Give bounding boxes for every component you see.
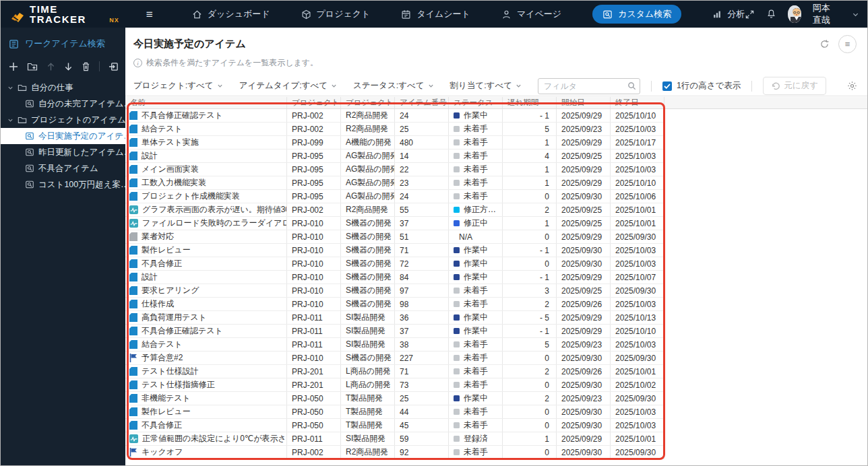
table-row[interactable]: 設計PRJ-010S機器の開発84作業中- 12025/09/292025/10…	[125, 271, 664, 284]
move-down-button[interactable]	[64, 62, 73, 71]
project-name-cell: SI製品開発	[341, 325, 395, 337]
item-number-cell: 59	[395, 432, 449, 445]
page-title: 今日実施予定のアイテム	[125, 28, 867, 51]
end-date-cell: 2025/10/03	[611, 244, 664, 257]
status-cell: 作業中	[449, 311, 503, 324]
table-row[interactable]: 設計PRJ-095AG製品の開発14未着手42025/09/252025/10/…	[125, 149, 664, 163]
nav-item[interactable]: 分析	[712, 8, 745, 20]
status-cell: 登録済	[449, 432, 503, 445]
nav-item[interactable]: カスタム検索	[592, 5, 681, 24]
table-row[interactable]: 不具合修正PRJ-050T製品開発45未着手02025/09/302025/10…	[125, 419, 664, 432]
filter-input[interactable]	[538, 78, 640, 94]
move-up-button[interactable]	[46, 62, 55, 71]
table-row[interactable]: 要求ヒアリングPRJ-010S機器の開発97未着手32025/09/252025…	[125, 284, 664, 298]
settings-gear-icon[interactable]	[847, 81, 857, 91]
tree-search-item[interactable]: 昨日更新したアイテム…	[1, 144, 125, 160]
expand-icon[interactable]	[745, 9, 755, 20]
table-row[interactable]: 仕様作成PRJ-010S機器の開発98未着手22025/09/262025/10…	[125, 298, 664, 311]
tree-search-item[interactable]: 自分の未完了アイテム…	[1, 96, 125, 112]
nav-item[interactable]: マイページ	[501, 8, 561, 20]
table-row[interactable]: 正常値範囲の未設定により0℃が表示されるバグPRJ-011SI製品開発59登録済…	[125, 432, 664, 446]
column-header[interactable]: 遅れ期間	[503, 97, 557, 108]
header-icons: ≡	[819, 35, 857, 53]
app-logo[interactable]: TIME TRACKER NX	[10, 4, 119, 24]
task-icon	[129, 138, 137, 147]
refresh-icon[interactable]	[819, 39, 830, 49]
table-row[interactable]: プロジェクト作成機能実装PRJ-095AG製品の開発24未着手02025/09/…	[125, 190, 664, 203]
table-row[interactable]: ファイルロード失敗時のエラーダイアログに…PRJ-010S機器の開発37修正中1…	[125, 217, 664, 230]
table-row[interactable]: 予算合意#2PRJ-010S機器の開発227未着手02025/09/302025…	[125, 352, 664, 365]
import-button[interactable]	[108, 62, 119, 71]
panel-menu-button[interactable]: ≡	[838, 35, 857, 53]
user-name[interactable]: 岡本 直哉	[813, 2, 840, 26]
filter-dropdown[interactable]: ステータス:すべて	[353, 80, 434, 92]
task-icon	[129, 300, 137, 308]
tree-folder[interactable]: 自分の仕事	[1, 79, 125, 96]
status-square-icon	[454, 220, 460, 226]
table-row[interactable]: 単体テスト実施PRJ-099A機能の開発480未着手12025/09/29202…	[125, 136, 664, 149]
page-description: 検索条件を満たすアイテムを一覧表示します。	[146, 57, 318, 69]
task-icon	[129, 125, 137, 133]
name-cell: 工数入力機能実装	[125, 176, 287, 189]
name-cell: 非機能テスト	[125, 392, 287, 405]
start-date-cell: 2025/09/30	[557, 446, 611, 459]
end-date-cell: 2025/10/02	[611, 378, 664, 391]
user-menu-chevron-icon[interactable]	[852, 11, 859, 18]
tree-folder[interactable]: プロジェクトのアイテム	[1, 112, 125, 128]
table-row[interactable]: テスト仕様指摘修正PRJ-201L商品の開発73未着手02025/09/3020…	[125, 378, 664, 392]
column-header[interactable]: ステータス	[449, 97, 503, 108]
table-row[interactable]: 非機能テストPRJ-050T製品開発25作業中22025/09/232025/0…	[125, 392, 664, 405]
table-row[interactable]: メイン画面実装PRJ-095AG製品の開発22未着手12025/09/29202…	[125, 163, 664, 176]
delay-cell: 2	[503, 298, 557, 310]
filter-dropdown[interactable]: アイテムタイプ:すべて	[239, 80, 337, 92]
table-row[interactable]: テスト仕様設計PRJ-201L商品の開発71未着手22025/09/262025…	[125, 365, 664, 378]
table-row[interactable]: 業者対応PRJ-010S機器の開発51N/A02025/09/292025/09…	[125, 230, 664, 244]
tree-search-item[interactable]: 今日実施予定のアイテ…⋮	[1, 128, 125, 144]
kebab-menu-icon[interactable]: ⋮	[112, 131, 121, 141]
nav-item[interactable]: タイムシート	[401, 8, 470, 20]
status-label: 作業中	[464, 325, 488, 337]
status-square-icon	[454, 422, 460, 428]
end-date-cell: 2025/09/30	[611, 352, 664, 364]
table-row[interactable]: 不具合修正PRJ-010S機器の開発72作業中02025/09/302025/1…	[125, 257, 664, 271]
column-header[interactable]: 終了日	[611, 97, 664, 108]
status-cell: 未着手	[449, 123, 503, 135]
add-item-button[interactable]	[9, 62, 18, 71]
delete-button[interactable]	[82, 62, 90, 71]
table-row[interactable]: 結合テストPRJ-002R2商品開発25未着手52025/09/232025/1…	[125, 123, 664, 136]
column-header[interactable]: 開始日	[557, 97, 611, 108]
end-date-cell: 2025/10/17	[611, 136, 664, 149]
status-cell: 未着手	[449, 365, 503, 378]
notifications-bell-icon[interactable]	[766, 9, 776, 20]
filter-dropdown[interactable]: 割り当て:すべて	[450, 80, 522, 92]
status-square-icon	[454, 368, 460, 374]
table-row[interactable]: 結合テストPRJ-011SI製品開発38未着手52025/09/232025/1…	[125, 338, 664, 352]
table-row[interactable]: 不具合修正確認テストPRJ-011SI製品開発37作業中- 12025/09/2…	[125, 325, 664, 338]
column-header[interactable]: 名前	[125, 97, 287, 108]
nav-item[interactable]: ダッシュボード	[192, 8, 270, 20]
tree-search-item[interactable]: 不具合アイテム	[1, 160, 125, 176]
filter-dropdown[interactable]: プロジェクト:すべて	[133, 80, 223, 92]
caret-down-icon	[516, 83, 522, 89]
table-row[interactable]: 工数入力機能実装PRJ-095AG製品の開発23未着手12025/09/2920…	[125, 176, 664, 190]
column-header[interactable]: アイテム番号	[395, 97, 449, 108]
add-folder-button[interactable]	[27, 62, 38, 71]
nav-item[interactable]: プロジェクト	[301, 8, 371, 20]
folder-icon	[18, 116, 27, 124]
table-row[interactable]: 製作レビューPRJ-050T製品開発44未着手02025/09/302025/1…	[125, 405, 664, 419]
column-header[interactable]: プロジェクト…	[287, 97, 341, 108]
user-avatar[interactable]	[788, 5, 801, 23]
project-code-cell: PRJ-095	[287, 149, 341, 162]
table-row[interactable]: 不具合修正確認テストPRJ-002R2商品開発24作業中- 12025/09/2…	[125, 109, 664, 123]
undo-button[interactable]: 元に戻す	[763, 77, 826, 95]
table-row[interactable]: 製作レビューPRJ-010S機器の開発71作業中- 12025/09/30202…	[125, 244, 664, 257]
table-row[interactable]: キックオフPRJ-002R2商品開発92未着手02025/09/302025/0…	[125, 446, 664, 459]
table-row[interactable]: グラフ表示画面の表示が遅い。期待値300ms…PRJ-002R2商品開発55修正…	[125, 203, 664, 217]
column-header[interactable]: プロジェクト名	[341, 97, 395, 108]
menu-toggle-icon[interactable]: ≡	[146, 9, 153, 20]
table-body: 不具合修正確認テストPRJ-002R2商品開発24作業中- 12025/09/2…	[125, 109, 664, 459]
tree-search-item[interactable]: コスト100万円超え案…	[1, 176, 125, 193]
end-date-cell: 2025/10/03	[611, 405, 664, 418]
table-row[interactable]: 高負荷運用テストPRJ-011SI製品開発36作業中- 52025/09/292…	[125, 311, 664, 325]
row-height-toggle[interactable]: 1行の高さで表示	[662, 80, 741, 92]
